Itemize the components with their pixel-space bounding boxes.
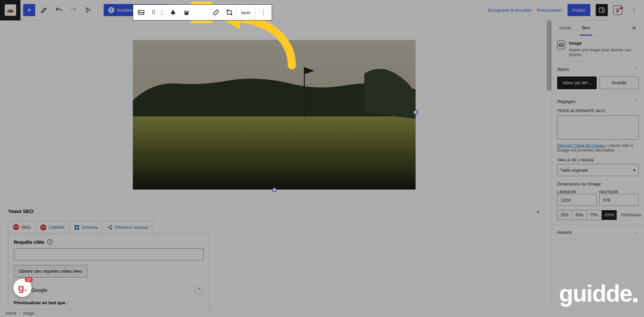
- alt-help: Décrivez l'objet de l'image↗ Laisser vid…: [557, 143, 639, 153]
- grid-icon: [74, 225, 79, 230]
- resize-handle-bottom[interactable]: [272, 188, 277, 192]
- svg-rect-17: [173, 14, 173, 15]
- advanced-heading: Avancé: [557, 230, 572, 235]
- undo-button[interactable]: [53, 4, 65, 16]
- svg-point-15: [111, 228, 112, 230]
- chevron-down-icon: ⌄: [635, 230, 639, 235]
- style-rounded[interactable]: Arrondis: [599, 76, 639, 89]
- svg-point-14: [111, 225, 112, 227]
- scale-25[interactable]: 25%: [557, 210, 572, 220]
- alt-text-input[interactable]: [557, 115, 639, 140]
- svg-point-2: [10, 10, 11, 11]
- styles-section: Styles⌃ Valeur par déf… Arrondis: [552, 62, 644, 94]
- focus-keyphrase-input[interactable]: [14, 248, 204, 260]
- size-label: TAILLE DE L'IMAGE: [557, 158, 639, 162]
- settings-section: Réglages⌃ TEXTE ALTERNATIF (ALT) Décrive…: [552, 94, 644, 225]
- image-size-select[interactable]: Taille originale▾: [557, 164, 639, 176]
- yoast-tab-schema[interactable]: Schema: [69, 221, 103, 233]
- sidebar-tabs: Article Bloc ✕: [552, 20, 644, 36]
- width-label: LARGEUR: [557, 190, 597, 194]
- inserter-toggle[interactable]: [23, 4, 35, 16]
- replace-button[interactable]: lacer: [236, 5, 255, 20]
- share-icon: [107, 225, 113, 230]
- svg-rect-10: [77, 225, 79, 227]
- svg-rect-18: [185, 13, 188, 15]
- sad-face-icon: [13, 224, 19, 230]
- styles-heading: Styles: [557, 67, 569, 72]
- yoast-metabox: Yoast SEO▲ SEO Lisibilité Schema Réseaux…: [0, 202, 551, 309]
- yoast-tabs: SEO Lisibilité Schema Réseaux sociaux: [8, 221, 543, 233]
- publish-button[interactable]: Publier: [568, 4, 590, 16]
- guidde-recorder-badge[interactable]: g.17: [13, 279, 32, 297]
- breadcrumb-image[interactable]: Image: [23, 311, 34, 316]
- block-toolbar: ⠿ ▲▼ lacer ⋮: [133, 4, 272, 20]
- preview-as-label: Prévisualiser en tant que :: [14, 300, 204, 305]
- topbar-right: Enregistrer le brouillon Prévisualiser P…: [488, 4, 644, 16]
- style-default[interactable]: Valeur par déf…: [557, 76, 597, 89]
- collapse-icon[interactable]: ▲: [536, 209, 540, 213]
- help-icon[interactable]: ?: [47, 239, 53, 245]
- block-options[interactable]: ⋮: [256, 5, 272, 20]
- preview-link[interactable]: Prévisualiser: [537, 8, 562, 13]
- height-input[interactable]: 576: [599, 194, 639, 206]
- alt-label: TEXTE ALTERNATIF (ALT): [557, 109, 639, 113]
- chevron-up-icon[interactable]: ⌃: [635, 67, 639, 72]
- block-identity: ImageInsère une image pour illustrer vos…: [552, 36, 644, 62]
- chevron-up-icon[interactable]: ⌃: [195, 285, 204, 294]
- crop-button[interactable]: [223, 5, 236, 20]
- yoast-tab-readability[interactable]: Lisibilité: [35, 221, 69, 233]
- change-alignment[interactable]: [166, 5, 180, 20]
- options-menu[interactable]: ⋮: [628, 4, 640, 16]
- block-description: Insère une image pour illustrer vos prop…: [569, 48, 639, 57]
- align-button[interactable]: [180, 5, 193, 20]
- svg-rect-11: [74, 228, 76, 230]
- scale-50[interactable]: 50%: [572, 210, 587, 220]
- block-name: Image: [569, 41, 582, 46]
- canvas-scrollbar[interactable]: [547, 20, 551, 309]
- focus-keyphrase-label: Requête cible: [14, 240, 44, 245]
- badge-count: 17: [25, 277, 33, 282]
- redo-button[interactable]: [67, 4, 79, 16]
- edit-tool[interactable]: [38, 4, 50, 16]
- advanced-section[interactable]: Avancé⌄: [552, 225, 644, 240]
- yoast-title: Yoast SEO: [8, 208, 34, 214]
- yoast-tab-seo[interactable]: SEO: [8, 221, 36, 233]
- svg-rect-7: [133, 115, 416, 190]
- close-sidebar[interactable]: ✕: [629, 23, 639, 33]
- scale-presets: 25% 50% 75% 100%: [557, 210, 617, 220]
- height-label: HAUTEUR: [599, 190, 639, 194]
- block-type-image[interactable]: [133, 5, 149, 20]
- elementor-icon: E: [108, 7, 114, 13]
- tab-block[interactable]: Bloc: [580, 20, 592, 36]
- tab-article[interactable]: Article: [557, 20, 573, 36]
- move-updown[interactable]: ▲▼: [158, 5, 166, 20]
- reset-dimensions[interactable]: Réinitialiser: [621, 213, 642, 217]
- save-draft-link[interactable]: Enregistrer le brouillon: [488, 8, 532, 13]
- scale-100[interactable]: 100%: [602, 210, 616, 220]
- width-input[interactable]: 1024: [557, 194, 597, 206]
- wp-site-logo[interactable]: [0, 0, 20, 20]
- guidde-watermark: guidde: [559, 280, 637, 307]
- svg-rect-12: [77, 228, 79, 230]
- yoast-panel-seo: Requête cible? Obtenir des requêtes cibl…: [8, 233, 209, 309]
- block-breadcrumb: Article › Image: [0, 309, 644, 317]
- related-keyphrases-button[interactable]: Obtenir des requêtes cibles liées: [14, 265, 87, 277]
- editor-topbar: EModifier avec Elementor Enregistrer le …: [0, 0, 644, 20]
- yoast-tab-social[interactable]: Réseaux sociaux: [102, 221, 153, 233]
- settings-heading: Réglages: [557, 99, 576, 104]
- alt-help-link[interactable]: Décrivez l'objet de l'image↗: [557, 143, 606, 148]
- scale-75[interactable]: 75%: [587, 210, 602, 220]
- svg-rect-8: [304, 67, 305, 117]
- settings-sidebar-toggle[interactable]: [596, 4, 608, 16]
- yoast-sidebar-toggle[interactable]: [613, 5, 623, 15]
- drag-handle[interactable]: ⠿: [149, 5, 158, 20]
- image-block-icon: [557, 41, 565, 49]
- insert-link[interactable]: [209, 5, 223, 20]
- chevron-up-icon[interactable]: ⌃: [635, 99, 639, 104]
- breadcrumb-article[interactable]: Article: [5, 311, 16, 316]
- document-overview[interactable]: [82, 4, 94, 16]
- resize-handle-right[interactable]: [413, 110, 418, 115]
- sad-face-icon: [40, 224, 46, 230]
- settings-sidebar: Article Bloc ✕ ImageInsère une image pou…: [551, 20, 644, 309]
- svg-point-1: [8, 11, 9, 11]
